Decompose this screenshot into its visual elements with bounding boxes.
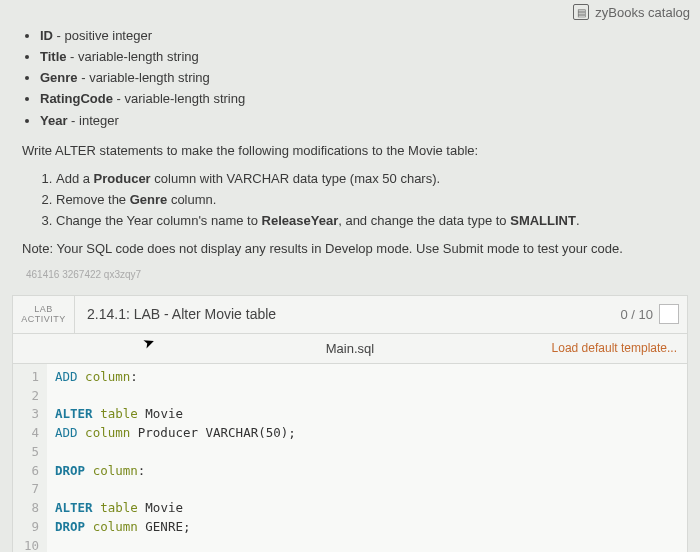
score-text: 0 / 10 [620, 307, 653, 322]
book-icon: ▤ [573, 4, 589, 20]
column-item: RatingCode - variable-length string [40, 89, 678, 109]
lab-tag: LAB ACTIVITY [13, 296, 75, 333]
step-item: Add a Producer column with VARCHAR data … [56, 169, 678, 189]
lab-tag-1: LAB [34, 304, 53, 315]
watermark-text: 461416 3267422 qx3zqy7 [26, 267, 678, 283]
step-item: Change the Year column's name to Release… [56, 211, 678, 231]
column-item: ID - positive integer [40, 26, 678, 46]
column-list: ID - positive integer Title - variable-l… [40, 26, 678, 131]
code-editor[interactable]: 1 2 3 4 5 6 7 8 9 10 11 12 13 14 ADD col… [13, 364, 687, 552]
lead-text: Write ALTER statements to make the follo… [22, 141, 678, 161]
column-item: Year - integer [40, 111, 678, 131]
step-item: Remove the Genre column. [56, 190, 678, 210]
lab-activity-block: LAB ACTIVITY 2.14.1: LAB - Alter Movie t… [12, 295, 688, 552]
editor-tab-bar: Main.sql Load default template... [13, 334, 687, 364]
lab-header: LAB ACTIVITY 2.14.1: LAB - Alter Movie t… [13, 296, 687, 334]
note-text: Note: Your SQL code does not display any… [22, 239, 678, 259]
steps-list: Add a Producer column with VARCHAR data … [56, 169, 678, 231]
load-default-template-link[interactable]: Load default template... [552, 341, 677, 355]
lab-title: 2.14.1: LAB - Alter Movie table [75, 296, 612, 333]
zybooks-catalog-link[interactable]: ▤ zyBooks catalog [573, 4, 690, 20]
instructions-panel: ID - positive integer Title - variable-l… [0, 20, 700, 289]
score-box[interactable] [659, 304, 679, 324]
line-gutter: 1 2 3 4 5 6 7 8 9 10 11 12 13 14 [13, 364, 47, 552]
code-content[interactable]: ADD column: ALTER table Movie ADD column… [47, 364, 311, 552]
top-bar: ▤ zyBooks catalog [0, 0, 700, 20]
catalog-label: zyBooks catalog [595, 5, 690, 20]
lab-tag-2: ACTIVITY [21, 314, 66, 325]
lab-score: 0 / 10 [612, 296, 687, 333]
column-item: Title - variable-length string [40, 47, 678, 67]
column-item: Genre - variable-length string [40, 68, 678, 88]
